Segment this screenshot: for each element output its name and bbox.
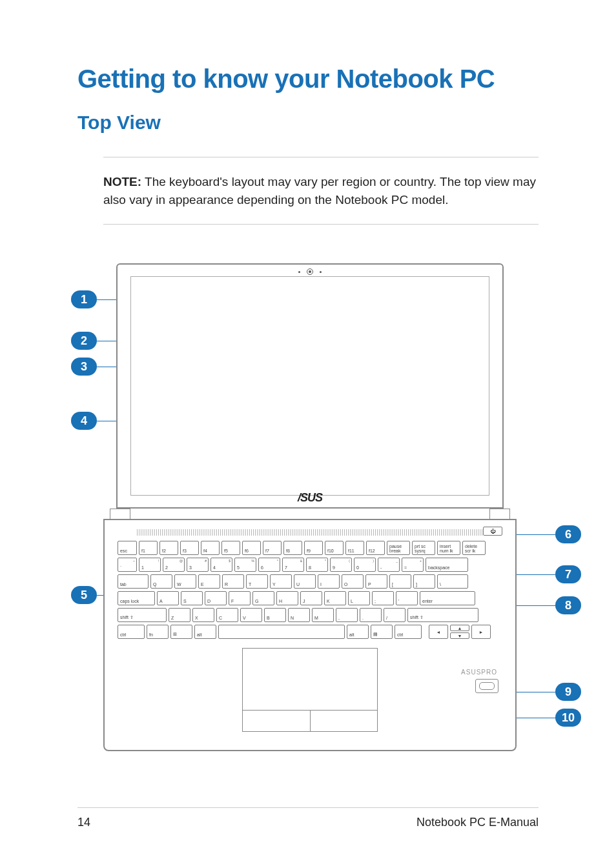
key: ] bbox=[413, 574, 435, 589]
key: f7 bbox=[263, 541, 282, 555]
key: 1! bbox=[139, 558, 161, 572]
key: enter bbox=[420, 591, 475, 605]
key: alt bbox=[194, 625, 216, 639]
key: Y bbox=[270, 574, 292, 589]
key: prt sc sysrq bbox=[412, 541, 435, 555]
key: tab bbox=[118, 574, 149, 589]
callout-9: 9 bbox=[555, 683, 581, 701]
hinge bbox=[110, 509, 510, 519]
key: L bbox=[348, 591, 370, 605]
key: U bbox=[294, 574, 316, 589]
arrow-key: ▼ bbox=[450, 632, 469, 639]
key: A bbox=[157, 591, 179, 605]
callout-8: 8 bbox=[555, 596, 581, 614]
key: pause break bbox=[387, 541, 410, 555]
key: G bbox=[252, 591, 274, 605]
key: 4$ bbox=[210, 558, 232, 572]
key: ctrl bbox=[395, 625, 422, 639]
key: R bbox=[222, 574, 244, 589]
touchpad bbox=[242, 648, 378, 732]
key: . bbox=[360, 608, 382, 622]
speaker-grille bbox=[137, 529, 483, 536]
key: 9( bbox=[330, 558, 352, 572]
key: H bbox=[276, 591, 298, 605]
key: delete scr lk bbox=[462, 541, 486, 555]
display-panel bbox=[130, 276, 489, 496]
key: P bbox=[365, 574, 387, 589]
key: fn bbox=[147, 625, 169, 639]
laptop-illustration: /SUS ⏻ escf1f2f3f4f5f6f7f8f9f10f11f12pau… bbox=[116, 263, 504, 751]
callout-2: 2 bbox=[71, 332, 97, 350]
power-button: ⏻ bbox=[483, 527, 502, 536]
display-lid: /SUS bbox=[116, 263, 504, 509]
key: I bbox=[318, 574, 340, 589]
key: C bbox=[216, 608, 238, 622]
keyboard: escf1f2f3f4f5f6f7f8f9f10f11f12pause brea… bbox=[118, 541, 502, 639]
key: f5 bbox=[221, 541, 240, 555]
key: 3# bbox=[187, 558, 209, 572]
key: T bbox=[246, 574, 268, 589]
key: , bbox=[336, 608, 358, 622]
arrow-key: ► bbox=[471, 625, 491, 639]
key: -_ bbox=[378, 558, 400, 572]
key: S bbox=[181, 591, 203, 605]
key: f2 bbox=[159, 541, 178, 555]
key: 5% bbox=[234, 558, 256, 572]
key: insert num lk bbox=[437, 541, 460, 555]
key: V bbox=[240, 608, 262, 622]
key: X bbox=[192, 608, 214, 622]
sub-brand: ASUSPRO bbox=[461, 669, 497, 676]
key: Z bbox=[169, 608, 190, 622]
callout-10: 10 bbox=[555, 709, 581, 727]
key: 6^ bbox=[258, 558, 280, 572]
section-heading: Top View bbox=[77, 112, 539, 134]
callout-5: 5 bbox=[71, 586, 97, 604]
key: f10 bbox=[325, 541, 344, 555]
key: esc bbox=[118, 541, 137, 555]
key: B bbox=[264, 608, 286, 622]
key: shift ⇧ bbox=[407, 608, 478, 622]
key: =+ bbox=[402, 558, 424, 572]
mic-dot-icon bbox=[320, 271, 322, 273]
note-text: The keyboard's layout may vary per regio… bbox=[103, 175, 536, 207]
callout-3: 3 bbox=[71, 358, 97, 376]
key: f4 bbox=[201, 541, 220, 555]
key: Q bbox=[150, 574, 172, 589]
key: K bbox=[324, 591, 346, 605]
callout-7: 7 bbox=[555, 565, 581, 583]
keyboard-deck: ⏻ escf1f2f3f4f5f6f7f8f9f10f11f12pause br… bbox=[103, 519, 517, 751]
key: 8* bbox=[306, 558, 328, 572]
key: alt bbox=[347, 625, 369, 639]
key: backspace bbox=[426, 558, 468, 572]
key: N bbox=[288, 608, 310, 622]
key: f11 bbox=[345, 541, 364, 555]
key: M bbox=[312, 608, 334, 622]
key: O bbox=[342, 574, 364, 589]
key: ▤ bbox=[371, 625, 393, 639]
key: W bbox=[174, 574, 196, 589]
key: F bbox=[229, 591, 251, 605]
key: 7& bbox=[282, 558, 304, 572]
key: f9 bbox=[304, 541, 323, 555]
key: `~ bbox=[118, 558, 137, 572]
page-heading: Getting to know your Notebook PC bbox=[77, 65, 539, 94]
key: J bbox=[300, 591, 322, 605]
key: ; bbox=[372, 591, 394, 605]
key: caps lock bbox=[118, 591, 155, 605]
mic-dot-icon bbox=[298, 271, 300, 273]
key bbox=[218, 625, 345, 639]
brand-logo: /SUS bbox=[298, 491, 322, 505]
note-label: NOTE: bbox=[103, 175, 141, 188]
key: 0) bbox=[354, 558, 376, 572]
footer-title: Notebook PC E-Manual bbox=[416, 816, 539, 829]
arrow-key: ◄ bbox=[429, 625, 448, 639]
key: f3 bbox=[180, 541, 199, 555]
key: 2@ bbox=[163, 558, 185, 572]
page-number: 14 bbox=[77, 816, 90, 829]
callout-6: 6 bbox=[555, 525, 581, 543]
page-footer: 14 Notebook PC E-Manual bbox=[77, 807, 539, 829]
key: f12 bbox=[366, 541, 385, 555]
callout-1: 1 bbox=[71, 290, 97, 308]
camera-assembly bbox=[298, 268, 322, 275]
arrow-key: ▲ bbox=[450, 625, 469, 631]
